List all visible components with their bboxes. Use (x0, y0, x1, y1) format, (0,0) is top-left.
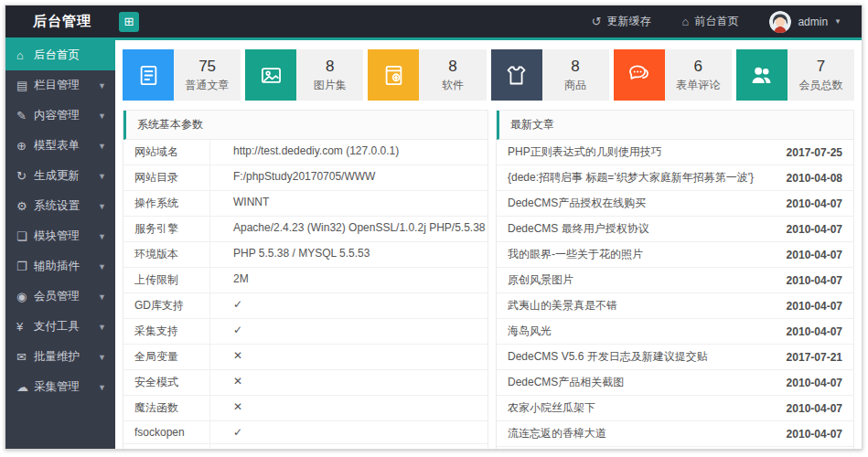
sidebar-item[interactable]: ☁ 采集管理 ▼ (5, 372, 115, 402)
stat-card[interactable]: 8 软件 (368, 49, 486, 101)
param-label: 魔法函数 (123, 396, 210, 420)
stat-card[interactable]: 75 普通文章 (123, 49, 241, 101)
plugin-icon: ❐ (16, 260, 34, 273)
chevron-down-icon: ▼ (98, 292, 106, 302)
product-icon (504, 63, 529, 88)
param-value: ✓ (210, 444, 488, 450)
article-row[interactable]: DedeCMS产品授权在线购买 2010-04-07 (497, 190, 853, 216)
param-label: fsockopen (123, 421, 210, 443)
home-icon: ⌂ (682, 15, 690, 28)
sidebar-item[interactable]: ⌂ 后台首页 ▼ (5, 40, 115, 70)
topbar-action-label: 前台首页 (694, 14, 738, 29)
article-date: 2010-04-07 (787, 197, 842, 210)
system-param-row: 上传限制 2M (123, 267, 488, 292)
param-value: F:/phpStudy20170705/WWW (210, 165, 488, 190)
latest-articles-panel: 最新文章 PHP正则表达式的几则使用技巧 2017-07-25 {dede:招聘… (496, 110, 854, 450)
param-label: 环境版本 (123, 242, 210, 267)
system-param-row: 其它必须函数 ✓ (123, 443, 488, 450)
article-title: PHP正则表达式的几则使用技巧 (508, 144, 662, 160)
stat-card[interactable]: 8 商品 (491, 49, 609, 101)
article-date: 2017-07-25 (787, 146, 842, 159)
clear-cache-icon: ↺ (592, 15, 602, 28)
article-row[interactable]: PHP正则表达式的几则使用技巧 2017-07-25 (497, 140, 853, 165)
home-icon: ⌂ (16, 48, 34, 62)
article-date: 2010-04-08 (787, 172, 842, 185)
article-date: 2010-04-07 (787, 325, 842, 338)
articles-panel-title: 最新文章 (497, 111, 853, 140)
article-row[interactable]: DedeCMS V5.6 开发日志及新建议提交贴 2017-07-21 (497, 344, 853, 369)
comment-icon (627, 63, 651, 88)
article-row[interactable]: 农家小院丝瓜架下 2010-04-07 (497, 395, 853, 420)
sidebar-item[interactable]: ◉ 会员管理 ▼ (5, 282, 115, 312)
user-menu[interactable]: admin ▼ (769, 11, 841, 33)
chevron-down-icon: ▼ (98, 323, 106, 332)
sidebar-item-label: 模型表单 (34, 138, 80, 154)
article-row[interactable]: 流连忘返的香樟大道 2010-04-07 (497, 420, 853, 446)
article-title: DedeCMS 最终用户授权协议 (508, 221, 649, 237)
sidebar-item-label: 栏目管理 (34, 78, 80, 93)
module-icon: ❏ (16, 229, 34, 243)
chevron-down-icon: ▼ (98, 202, 106, 211)
article-row[interactable]: {dede:招聘启事 标题='织梦大家庭新年招募第一波'} 2010-04-08 (497, 165, 853, 190)
param-value: ✕ (210, 396, 488, 420)
sidebar-item-label: 模块管理 (34, 228, 80, 244)
article-title: 武夷山的美景真是不错 (508, 298, 617, 314)
article-row[interactable]: 海岛风光 2010-04-07 (497, 318, 853, 344)
article-row[interactable]: 原创风景图片 2010-04-07 (497, 267, 853, 292)
article-title: DedeCMS产品授权在线购买 (508, 196, 646, 211)
param-label: 上传限制 (123, 268, 210, 292)
sidebar-item[interactable]: ❏ 模块管理 ▼ (5, 221, 115, 251)
system-param-row: 环境版本 PHP 5.5.38 / MYSQL 5.5.53 (123, 241, 488, 267)
article-icon (136, 63, 161, 88)
article-date: 2010-04-07 (787, 402, 842, 415)
sidebar-toggle-button[interactable]: ⊞ (119, 12, 139, 32)
stat-count: 8 (571, 58, 579, 76)
username: admin (798, 16, 828, 28)
param-label: 其它必须函数 (123, 444, 210, 450)
sidebar-item[interactable]: ⊕ 模型表单 ▼ (5, 131, 115, 161)
topbar: 后台管理 ⊞ ↺ 更新缓存 ⌂ 前台首页 admin ▼ (5, 5, 862, 37)
stat-label: 软件 (442, 78, 464, 93)
sidebar-item[interactable]: ▤ 栏目管理 ▼ (5, 70, 115, 101)
stat-label: 表单评论 (676, 78, 720, 93)
system-params-panel: 系统基本参数 网站域名 http://test.dedediy.com (127… (123, 110, 488, 450)
article-row[interactable]: 美丽的风景尽收眼底 2010-04-07 (497, 446, 853, 450)
system-param-row: 网站目录 F:/phpStudy20170705/WWW (123, 165, 488, 190)
article-title: 海岛风光 (508, 324, 552, 339)
topbar-action[interactable]: ⌂ 前台首页 (682, 14, 739, 29)
sidebar-item[interactable]: ⚙ 系统设置 ▼ (5, 191, 115, 221)
admin-window: 后台管理 ⊞ ↺ 更新缓存 ⌂ 前台首页 admin ▼ (5, 5, 863, 450)
param-label: 网站域名 (123, 140, 210, 165)
monitor-icon: ▤ (16, 79, 34, 92)
param-label: 全局变量 (123, 345, 210, 369)
system-param-row: 采集支持 ✓ (123, 318, 488, 344)
article-row[interactable]: DedeCMS 最终用户授权协议 2010-04-07 (497, 216, 853, 241)
sidebar-item[interactable]: ✎ 内容管理 ▼ (5, 101, 115, 131)
generate-icon: ↻ (16, 169, 34, 183)
settings-icon: ⚙ (16, 199, 34, 213)
chevron-down-icon: ▼ (98, 81, 106, 90)
topbar-action[interactable]: ↺ 更新缓存 (592, 14, 651, 29)
article-title: {dede:招聘启事 标题='织梦大家庭新年招募第一波'} (508, 170, 754, 186)
sidebar: ⌂ 后台首页 ▼ ▤ 栏目管理 ▼ ✎ 内容管理 ▼ ⊕ 模型表单 ▼ ↻ (5, 40, 115, 449)
chevron-down-icon: ▼ (98, 262, 106, 271)
article-date: 2010-04-07 (787, 223, 842, 236)
stat-card[interactable]: 7 会员总数 (736, 49, 854, 101)
sidebar-item[interactable]: ❐ 辅助插件 ▼ (5, 251, 115, 282)
stat-cards: 75 普通文章 8 图片集 (115, 40, 862, 110)
sidebar-item-label: 批量维护 (34, 349, 80, 365)
stat-card[interactable]: 8 图片集 (245, 49, 363, 101)
article-row[interactable]: 武夷山的美景真是不错 2010-04-07 (497, 292, 853, 318)
chevron-down-icon: ▼ (98, 112, 106, 121)
stat-count: 7 (817, 58, 825, 76)
sidebar-item[interactable]: ¥ 支付工具 ▼ (5, 312, 115, 342)
sidebar-item[interactable]: ↻ 生成更新 ▼ (5, 161, 115, 191)
sidebar-item[interactable]: ✉ 批量维护 ▼ (5, 342, 115, 372)
system-param-row: 全局变量 ✕ (123, 344, 488, 369)
article-row[interactable]: 我的眼界-一些关于花的照片 2010-04-07 (497, 241, 853, 267)
stat-card[interactable]: 6 表单评论 (614, 49, 732, 101)
article-row[interactable]: DedeCMS产品相关截图 2010-04-07 (497, 369, 853, 395)
param-value: 2M (210, 268, 488, 292)
sidebar-item-label: 内容管理 (34, 108, 80, 123)
article-date: 2010-04-07 (787, 428, 842, 441)
